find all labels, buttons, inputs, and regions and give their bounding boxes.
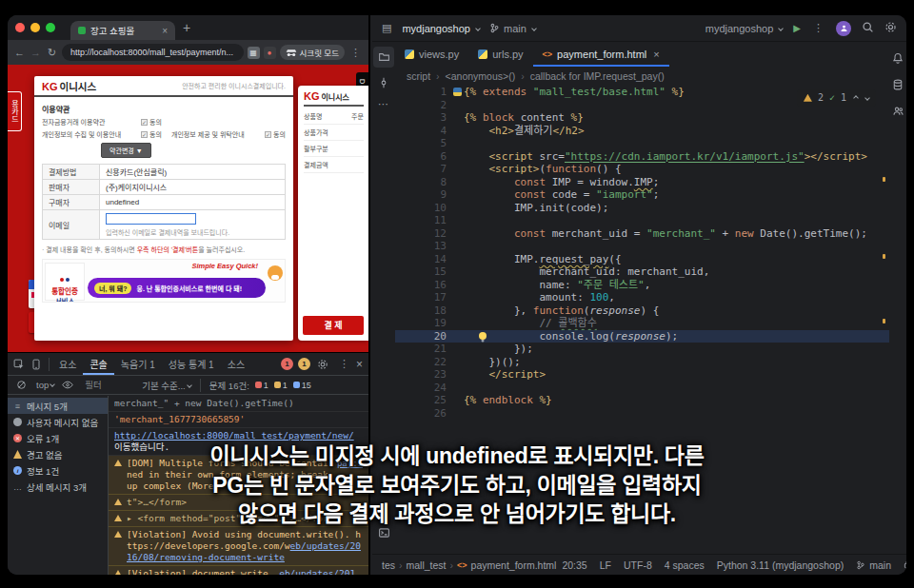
devtools-tab[interactable]: 성능 통계 1 [162, 353, 221, 375]
console-link[interactable]: http://localhost:8000/mall_test/payment/… [114, 430, 354, 441]
issue-chip[interactable]: 1 [274, 381, 288, 390]
more-tools-icon[interactable]: ⋯ [372, 98, 395, 110]
issue-chip[interactable]: 15 [293, 381, 311, 390]
code-line[interactable]: })(); [452, 356, 889, 369]
line-number[interactable]: 12 [395, 227, 452, 241]
line-number[interactable]: 19 [395, 317, 452, 330]
line-number[interactable]: 9 [395, 188, 452, 202]
line-number[interactable]: 13 [395, 240, 452, 253]
email-input[interactable] [106, 213, 196, 225]
git-branch-widget[interactable]: main [856, 559, 891, 571]
line-number[interactable]: 6 [395, 150, 452, 164]
settings-gear-icon[interactable] [884, 20, 897, 37]
breadcrumb-item[interactable]: script [407, 70, 430, 82]
code-line[interactable]: </script> [452, 368, 889, 382]
code-line[interactable] [452, 382, 889, 395]
device-toolbar-icon[interactable] [29, 357, 44, 372]
run-button[interactable]: ▶ [793, 23, 801, 33]
inspections-widget[interactable]: 2 ✓ 1 [797, 89, 876, 107]
code-line[interactable]: IMP.init(code); [452, 202, 889, 215]
more-actions-icon[interactable]: ⋮ [811, 22, 825, 34]
code-line[interactable]: amount: 100, [452, 291, 889, 304]
line-number[interactable]: 22 [395, 356, 452, 369]
reload-icon[interactable]: ↻ [46, 47, 58, 59]
close-window-button[interactable] [15, 23, 25, 32]
lock-icon[interactable] [904, 559, 906, 571]
line-number[interactable]: 26 [395, 407, 452, 421]
back-icon[interactable]: ← [13, 47, 26, 58]
editor-tab[interactable]: <>payment_form.html× [533, 42, 669, 67]
close-tab-icon[interactable]: × [653, 49, 659, 60]
pay-button[interactable]: 결 제 [303, 316, 364, 335]
line-number[interactable]: 11 [395, 214, 452, 227]
code-line[interactable]: <script src="https://cdn.iamport.kr/v1/i… [452, 150, 889, 164]
commit-tool-icon[interactable] [373, 72, 394, 93]
inspect-element-icon[interactable] [11, 357, 27, 372]
code-line[interactable] [452, 240, 889, 253]
code-line[interactable]: const code = "iamport"; [452, 188, 889, 202]
minimize-window-button[interactable] [30, 23, 40, 32]
line-number[interactable]: 21 [395, 343, 452, 356]
code-line[interactable]: <script>(function() { [452, 163, 889, 176]
line-number[interactable]: 17 [395, 291, 452, 304]
agree-checkbox[interactable]: ✓동의 [141, 117, 162, 127]
template-gutter-icon[interactable] [453, 88, 462, 96]
notifications-bell-icon[interactable] [890, 48, 905, 69]
database-tool-icon[interactable] [890, 74, 905, 95]
new-tab-button[interactable]: + [183, 20, 190, 35]
file-encoding[interactable]: UTF-8 [624, 559, 652, 571]
agree-checkbox[interactable]: ✓동의 [141, 129, 162, 139]
code-line[interactable]: }); [452, 343, 889, 356]
line-number[interactable]: 4 [395, 125, 452, 138]
close-tab-icon[interactable]: × [162, 26, 168, 36]
next-problem-icon[interactable] [864, 95, 870, 101]
devtools-tab[interactable]: 소스 [221, 353, 251, 375]
issue-count-badge[interactable]: 1 [298, 358, 310, 370]
issues-label[interactable]: 문제 16건: [209, 379, 249, 392]
terms-change-button[interactable]: 약관변경 ▼ [101, 143, 151, 158]
browser-menu-icon[interactable]: ⋮ [348, 47, 363, 59]
line-separator[interactable]: LF [600, 559, 611, 571]
forward-icon[interactable]: → [30, 47, 42, 58]
line-number[interactable]: 23 [395, 368, 452, 382]
avatar[interactable] [836, 21, 851, 36]
extension-icon[interactable]: ▦ [248, 47, 260, 59]
line-number[interactable]: 3 [395, 111, 452, 125]
context-selector[interactable]: top [36, 380, 54, 390]
caret-position[interactable]: 20:35 [562, 559, 586, 571]
eye-icon[interactable] [60, 378, 75, 393]
line-number[interactable]: 15 [395, 265, 452, 279]
search-everywhere-icon[interactable] [862, 20, 874, 37]
line-number[interactable]: 25 [395, 394, 452, 407]
console-filter-input[interactable] [83, 379, 136, 391]
code-line[interactable]: {% endblock %} [452, 394, 889, 407]
scrollbar-warning-mark[interactable] [883, 319, 885, 323]
zoom-window-button[interactable] [46, 23, 55, 32]
prev-problem-icon[interactable] [853, 95, 859, 101]
code-line[interactable]: }, function(response) { [452, 304, 889, 318]
code-line[interactable]: console.log(response); [452, 330, 889, 343]
line-number[interactable]: 14 [395, 253, 452, 266]
line-number[interactable]: 2 [395, 99, 452, 112]
line-number[interactable]: 5 [395, 137, 452, 150]
code-area[interactable]: {% extends "mall_test/base.html" %} {% b… [452, 86, 889, 420]
issue-chip[interactable]: 1 [255, 381, 268, 390]
browser-tab[interactable]: 장고 쇼핑몰 × [70, 21, 175, 40]
code-line[interactable] [452, 137, 889, 150]
devtools-menu-icon[interactable]: ⋮ [337, 358, 351, 370]
line-number[interactable]: 7 [395, 163, 452, 176]
devtools-settings-icon[interactable] [315, 357, 330, 372]
project-widget[interactable]: mydjangoshop [402, 23, 480, 34]
error-count-badge[interactable]: 1 [281, 358, 293, 370]
scrollbar-warning-mark[interactable] [883, 177, 885, 182]
address-bar[interactable]: http://localhost:8000/mall_test/payment/… [62, 44, 244, 61]
line-number[interactable]: 1 [395, 86, 452, 99]
run-config-widget[interactable]: mydjangoshop [705, 23, 784, 34]
log-level-selector[interactable]: 기본 수준... [142, 379, 191, 392]
console-sidebar-item[interactable]: 사용자 메시지 없음 [8, 414, 108, 430]
main-menu-icon[interactable]: ▤ [382, 22, 392, 34]
line-number[interactable]: 16 [395, 279, 452, 292]
code-line[interactable] [452, 407, 889, 421]
agree-checkbox[interactable]: ✓동의 [265, 129, 286, 139]
code-line[interactable]: <h2>결제하기</h2> [452, 125, 889, 138]
